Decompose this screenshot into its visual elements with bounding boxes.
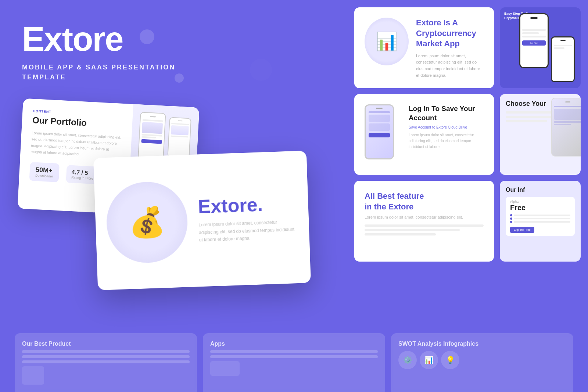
line [506,120,547,122]
line [22,360,190,363]
easy-btn: Get Now [530,42,538,44]
bottom-card-0[interactable]: Our Best Product [15,333,197,392]
line [22,355,190,358]
crypto-title: Extore Is A Cryptocurrency Market App [416,18,484,49]
line [365,233,436,235]
bottom-title-1: Apps [210,341,378,347]
bubble-decoration [250,59,272,81]
featured-illustration: 💰 [105,180,189,264]
login-title: Log in To Save Your Account [409,104,484,122]
brand-subtitle: MOBILE APP & SAAS PRESENTATION TEMPLATE [22,62,175,82]
feature-desc: Lorem ipsum dolor sit amet, consectetur … [365,214,484,221]
login-desc: Lorem ipsum dolor sit amet, consectetur … [409,132,484,150]
bottom-row: Our Best Product Apps SWOT Analysis Info… [0,319,588,392]
plan-label: Alpha [510,200,570,204]
price: Free [510,204,570,212]
stat-num: 50M+ [35,166,53,175]
login-phone [365,104,394,159]
crypto-content: Extore Is A Cryptocurrency Market App Lo… [416,18,484,79]
portfolio-title: Our Portfolio [32,115,122,130]
slide-feature[interactable]: All Best feature in the Extore Lorem ips… [354,181,494,262]
pricing-card: Alpha Free Explore Free [506,197,575,236]
bubble-decoration [175,73,184,83]
brand-title: Extore [22,22,175,56]
line [22,350,190,353]
slide-crypto[interactable]: Extore Is A Cryptocurrency Market App Lo… [354,7,494,88]
phone-mockup-1: Get Now [519,13,549,68]
featured-title: Extore. [198,194,298,216]
feature-title: All Best feature in the Extore [365,191,484,212]
bottom-card-1[interactable]: Apps [203,333,385,392]
featured-text: Extore. Lorem ipsum dolor sit amet, cons… [198,194,298,244]
portfolio-desc: Lorem ipsum dolor sit amet, consectetur … [31,130,121,159]
stat-label: Downloader [35,174,53,179]
slide-easy[interactable]: Easy Step To Buy Cryptocurrency Get Now [500,7,581,88]
line [210,355,378,358]
choose-phone [551,98,581,157]
slide-login[interactable]: Log in To Save Your Account Save Account… [354,94,494,175]
slide-pricing[interactable]: Our Inf Alpha Free Explore Free [500,181,581,262]
stat-label-2: Rating in Store [71,176,93,180]
line [365,224,484,227]
slides-grid: Extore Is A Cryptocurrency Market App Lo… [354,7,581,262]
featured-desc: Lorem ipsum dolor sit amet, consectetur … [198,218,298,244]
line [210,350,378,353]
pricing-btn[interactable]: Explore Free [510,227,534,233]
featured-slide[interactable]: 💰 Extore. Lorem ipsum dolor sit amet, co… [93,151,311,290]
login-subtitle: Save Account to Extore Cloud Drive [409,125,484,129]
crypto-icon: 💰 [128,205,166,240]
phone-inner-1 [138,112,166,161]
slide-choose[interactable]: Choose Your [500,94,581,175]
stat-downloads: 50M+ Downloader [29,162,60,182]
crypto-desc: Lorem ipsum dolor sit amet, consectetur … [416,53,484,79]
phone-mockup-2 [551,36,575,82]
phone-inner-2 [167,117,191,159]
bottom-title-0: Our Best Product [22,341,190,347]
crypto-illustration [365,18,409,65]
header-area: Extore MOBILE APP & SAAS PRESENTATION TE… [22,22,175,82]
bottom-title-2: SWOT Analysis Infographics [398,341,566,347]
login-phone-area [365,104,401,159]
pricing-title: Our Inf [506,187,575,193]
bottom-card-2[interactable]: SWOT Analysis Infographics ⚙️ 📊 💡 [391,333,573,392]
login-content: Log in To Save Your Account Save Account… [409,104,484,150]
line [365,229,460,231]
